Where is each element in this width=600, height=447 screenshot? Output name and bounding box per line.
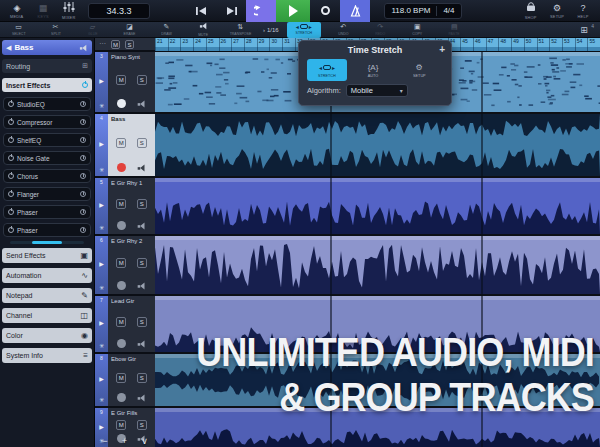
effect-power-icon[interactable] — [8, 227, 14, 233]
region-bass[interactable] — [155, 114, 600, 176]
track-freeze-icon[interactable]: ✳ — [99, 343, 104, 349]
cycle-button[interactable] — [246, 0, 276, 22]
go-to-start-button[interactable] — [186, 0, 216, 22]
track-input-icon[interactable]: ▶ — [99, 78, 104, 84]
media-button[interactable]: ◈ MEDIA — [4, 0, 30, 22]
track-row-e-gtr-rhy-1[interactable]: 5▶✳E Gtr Rhy 1MS — [95, 178, 155, 234]
mute-button[interactable]: M — [116, 373, 126, 383]
effect-mix-dial-icon[interactable] — [80, 227, 86, 233]
track-freeze-icon[interactable]: ✳ — [99, 397, 104, 403]
mute-button[interactable]: M — [116, 75, 126, 85]
track-input-icon[interactable]: ▶ — [99, 424, 104, 430]
tool-mute[interactable]: MUTE — [185, 22, 222, 38]
record-button[interactable] — [310, 0, 340, 22]
algorithm-dropdown[interactable]: Mobile ▾ — [346, 84, 408, 97]
go-to-end-button[interactable] — [216, 0, 246, 22]
solo-button[interactable]: S — [137, 138, 147, 148]
effect-mix-dial-icon[interactable] — [80, 155, 86, 161]
track-input-icon[interactable]: ▶ — [99, 202, 104, 208]
effect-mix-dial-icon[interactable] — [80, 119, 86, 125]
track-row-partial[interactable]: ⋯ M S — [95, 38, 155, 52]
track-row-ebow-gtr[interactable]: 8▶✳Ebow GtrMS — [95, 354, 155, 406]
monitor-icon[interactable] — [138, 340, 146, 347]
keys-button[interactable]: ▦ KEYS — [30, 0, 56, 22]
monitor-icon[interactable] — [138, 100, 146, 107]
popup-mode-setup[interactable]: ⚙SETUP — [399, 59, 439, 81]
effects-scrollbar[interactable] — [10, 241, 84, 244]
popup-move-icon[interactable]: + — [435, 44, 445, 55]
collapse-button[interactable]: ∨ — [141, 437, 148, 446]
track-freeze-icon[interactable]: ✳ — [99, 103, 104, 109]
mixer-button[interactable]: MIXER — [56, 0, 82, 22]
notepad-section[interactable]: Notepad✎ — [2, 288, 92, 303]
effect-power-icon[interactable] — [8, 209, 14, 215]
solo-button[interactable]: S — [137, 258, 147, 268]
tool-copy[interactable]: ▣COPY — [399, 22, 436, 38]
tool-redo[interactable]: ↷REDO — [362, 22, 399, 38]
effect-power-icon[interactable] — [8, 155, 14, 161]
monitor-icon[interactable] — [138, 164, 146, 171]
insert-effect-noise-gate[interactable]: Noise Gate — [3, 151, 91, 165]
metronome-button[interactable] — [340, 0, 370, 22]
track-row-piano-synt[interactable]: 3▶✳Piano SyntMS — [95, 52, 155, 112]
mute-button[interactable]: M — [116, 138, 126, 148]
tool-glue[interactable]: ▱GLUE — [74, 22, 111, 38]
record-arm-button[interactable] — [117, 393, 126, 402]
record-arm-button[interactable] — [117, 221, 126, 230]
zoom-in-button[interactable]: + — [122, 437, 127, 446]
solo-button[interactable]: S — [137, 317, 147, 327]
monitor-icon[interactable] — [138, 394, 146, 401]
insert-effect-compressor[interactable]: Compressor — [3, 115, 91, 129]
track-row-bass[interactable]: 4▶✳BassMS — [95, 114, 155, 176]
record-arm-button[interactable] — [117, 99, 126, 108]
stretch-tool-button[interactable]: ◂▸ STRETCH — [287, 22, 321, 38]
routing-section[interactable]: Routing ⊞ — [2, 59, 92, 73]
track-row-lead-gtr[interactable]: 7▶✳Lead GtrMS — [95, 296, 155, 352]
solo-button[interactable]: S — [137, 373, 147, 383]
solo-button[interactable]: S — [137, 199, 147, 209]
track-input-icon[interactable]: ▶ — [99, 376, 104, 382]
track-freeze-icon[interactable]: ✳ — [99, 167, 104, 173]
insert-effect-chorus[interactable]: Chorus — [3, 169, 91, 183]
mute-button[interactable]: M — [111, 40, 120, 49]
setup-button[interactable]: ⚙ SETUP — [544, 0, 570, 22]
color-section[interactable]: Color◉ — [2, 328, 92, 343]
solo-button[interactable]: S — [137, 420, 147, 430]
popup-mode-auto[interactable]: {A}AUTO — [353, 59, 393, 81]
position-display[interactable]: 34.3.3 — [88, 3, 150, 19]
effect-power-icon[interactable] — [8, 119, 14, 125]
system-info-section[interactable]: System Info≡ — [2, 348, 92, 363]
track-freeze-icon[interactable]: ✳ — [99, 225, 104, 231]
effect-mix-dial-icon[interactable] — [80, 209, 86, 215]
tool-draw[interactable]: ✎DRAW — [148, 22, 185, 38]
effect-power-icon[interactable] — [8, 137, 14, 143]
tempo-display[interactable]: 118.0 BPM 4/4 — [384, 3, 462, 19]
effect-power-icon[interactable] — [8, 191, 14, 197]
inspector-track-header[interactable]: ◀ Bass — [2, 40, 92, 55]
track-freeze-icon[interactable]: ✳ — [99, 285, 104, 291]
insert-effect-shelfeq[interactable]: ShelfEQ — [3, 133, 91, 147]
track-input-icon[interactable]: ▶ — [99, 261, 104, 267]
send-effects-section[interactable]: Send Effects▣ — [2, 248, 92, 263]
solo-button[interactable]: S — [137, 75, 147, 85]
monitor-icon[interactable] — [138, 222, 146, 229]
popup-mode-stretch[interactable]: ◂▸STRETCH — [307, 59, 347, 81]
record-arm-button[interactable] — [117, 163, 126, 172]
track-input-icon[interactable]: ▶ — [99, 320, 104, 326]
mute-button[interactable]: M — [116, 199, 126, 209]
play-button[interactable] — [276, 0, 310, 22]
effect-mix-dial-icon[interactable] — [80, 191, 86, 197]
track-input-icon[interactable]: ▶ — [99, 141, 104, 147]
region-e-gtr-rhy-1[interactable] — [155, 178, 600, 234]
tool-transpose[interactable]: ⇅TRANSPOSE — [222, 22, 259, 38]
tool-undo[interactable]: ↶UNDO — [325, 22, 362, 38]
solo-button[interactable]: S — [125, 40, 134, 49]
monitor-icon[interactable] — [138, 282, 146, 289]
effect-mix-dial-icon[interactable] — [80, 101, 86, 107]
insert-effect-phaser[interactable]: Phaser — [3, 205, 91, 219]
scrollbar-thumb[interactable] — [32, 241, 62, 244]
insert-effect-studioeq[interactable]: StudioEQ — [3, 97, 91, 111]
mute-button[interactable]: M — [116, 258, 126, 268]
grid-button[interactable]: ⊞4 — [574, 25, 594, 35]
effect-mix-dial-icon[interactable] — [80, 137, 86, 143]
